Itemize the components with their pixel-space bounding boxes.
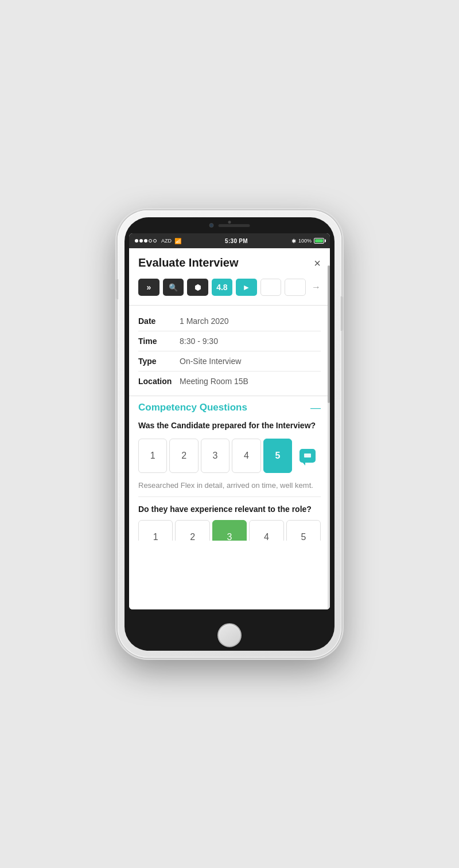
details-section: Date 1 March 2020 Time 8:30 - 9:30 Type …: [129, 309, 330, 391]
signal-dot-3: [144, 239, 147, 243]
scrollbar[interactable]: [328, 265, 330, 609]
detail-row-time: Time 8:30 - 9:30: [138, 331, 321, 351]
close-button[interactable]: ×: [314, 257, 321, 269]
side-button-left: [116, 279, 118, 299]
battery-percentage: 100%: [298, 238, 312, 244]
toolbar-box-btn[interactable]: ⬢: [187, 279, 208, 296]
speaker: [219, 224, 250, 227]
detail-row-date: Date 1 March 2020: [138, 311, 321, 331]
toolbar-arrow-btn[interactable]: ►: [236, 279, 257, 296]
q2-rating-1-label: 1: [153, 532, 158, 541]
toolbar: » 🔍 ⬢ 4.8 ► →: [129, 275, 330, 302]
rating-3-label: 3: [213, 451, 218, 461]
rating-2-label: 2: [181, 451, 186, 461]
q2-rating-5-btn[interactable]: 5: [286, 520, 321, 541]
q2-rating-3-label: 3: [227, 532, 232, 541]
note-text-q1: Researched Flex in detail, arrived on ti…: [138, 480, 321, 498]
forward-icon: »: [146, 283, 151, 292]
rating-4-label: 4: [244, 451, 249, 461]
battery-icon: [314, 238, 324, 244]
time-value: 8:30 - 9:30: [180, 337, 218, 346]
competency-header: Competency Questions —: [138, 402, 321, 413]
q2-rating-2-label: 2: [190, 532, 195, 541]
toolbar-empty-btn-1[interactable]: [260, 279, 282, 296]
status-time: 5:30 PM: [225, 238, 248, 244]
chat-svg: [304, 453, 312, 459]
rating-1-label: 1: [150, 451, 155, 461]
toolbar-empty-btn-2[interactable]: [285, 279, 306, 296]
rating-1-btn[interactable]: 1: [138, 439, 167, 473]
toolbar-forward-btn[interactable]: »: [138, 279, 160, 296]
arrow-right-icon: ►: [243, 283, 251, 292]
front-camera: [209, 223, 214, 228]
q2-rating-1-btn[interactable]: 1: [138, 520, 173, 541]
time-label: Time: [138, 337, 180, 346]
question-1-text: Was the Candidate prepared for the Inter…: [138, 420, 321, 432]
cube-icon: ⬢: [195, 283, 201, 292]
toolbar-rating-btn[interactable]: 4.8: [212, 279, 233, 296]
rating-row-q1: 1 2 3 4 5: [138, 439, 321, 473]
wifi-icon: 📶: [174, 238, 181, 244]
detail-row-type: Type On-Site Interview: [138, 351, 321, 372]
competency-title: Competency Questions: [138, 402, 247, 413]
collapse-icon[interactable]: —: [310, 402, 321, 413]
rating-4-btn[interactable]: 4: [232, 439, 260, 473]
q2-rating-5-label: 5: [301, 532, 306, 541]
location-value: Meeting Room 15B: [180, 377, 248, 386]
signal-dot-5: [153, 239, 157, 243]
rating-3-btn[interactable]: 3: [201, 439, 230, 473]
signal-dot-2: [139, 239, 143, 243]
q2-rating-3-btn[interactable]: 3: [212, 520, 247, 541]
carrier-label: AZD: [161, 238, 172, 244]
rating-value: 4.8: [216, 283, 227, 292]
signal-dots: [135, 239, 157, 243]
status-left: AZD 📶: [135, 238, 181, 244]
type-label: Type: [138, 357, 180, 366]
comment-button-q1[interactable]: [294, 439, 321, 473]
battery-fill: [315, 239, 323, 243]
toolbar-search-btn[interactable]: 🔍: [163, 279, 184, 296]
status-bar: AZD 📶 5:30 PM ✱ 100%: [129, 233, 330, 248]
question2-section: 1 2 3 4 5: [129, 520, 330, 541]
question-2-text: Do they have experience relevant to the …: [138, 504, 321, 515]
signal-dot-1: [135, 239, 138, 243]
divider-toolbar: [129, 305, 330, 306]
q2-rating-4-label: 4: [264, 532, 269, 541]
q2-rating-2-btn[interactable]: 2: [175, 520, 209, 541]
status-right: ✱ 100%: [291, 238, 324, 244]
app-content: Evaluate Interview × » 🔍 ⬢ 4.8: [129, 248, 330, 609]
home-button[interactable]: [217, 623, 242, 647]
scrollbar-thumb: [328, 265, 330, 403]
type-value: On-Site Interview: [180, 357, 241, 366]
toolbar-next-icon[interactable]: →: [312, 282, 321, 292]
date-value: 1 March 2020: [180, 316, 229, 326]
screen: AZD 📶 5:30 PM ✱ 100% Evaluate Interview: [129, 233, 330, 609]
rating-5-label: 5: [275, 451, 280, 461]
rating-2-btn[interactable]: 2: [169, 439, 198, 473]
notch: [209, 223, 250, 228]
phone-body: AZD 📶 5:30 PM ✱ 100% Evaluate Interview: [125, 217, 334, 651]
svg-rect-0: [304, 453, 311, 458]
comment-icon: [299, 449, 316, 463]
bluetooth-icon: ✱: [291, 238, 296, 244]
signal-dot-4: [149, 239, 152, 243]
rating-row-q2-partial: 1 2 3 4 5: [138, 520, 321, 541]
date-label: Date: [138, 316, 180, 326]
rating-5-btn[interactable]: 5: [263, 439, 292, 473]
side-button-right: [341, 296, 343, 331]
detail-row-location: Location Meeting Room 15B: [138, 372, 321, 391]
phone-frame: AZD 📶 5:30 PM ✱ 100% Evaluate Interview: [118, 210, 341, 658]
modal-title: Evaluate Interview: [138, 256, 239, 269]
modal-header: Evaluate Interview ×: [129, 248, 330, 275]
location-label: Location: [138, 377, 180, 386]
competency-section: Competency Questions — Was the Candidate…: [129, 396, 330, 520]
search-icon: 🔍: [169, 283, 178, 292]
q2-rating-4-btn[interactable]: 4: [249, 520, 283, 541]
